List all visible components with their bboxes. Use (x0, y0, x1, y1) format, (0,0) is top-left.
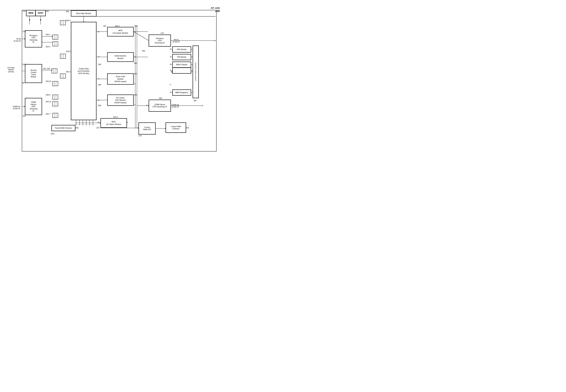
c-label-1: C (134, 31, 136, 33)
security-context-box: Security Context Cache Module (25, 64, 42, 83)
mce-air-ref: 610.2 (113, 116, 118, 118)
context-ram-box: Context RAM (3 Banks) (166, 123, 186, 133)
cdma-str-out-label: CDMA Str 32-bits I/F (171, 104, 179, 108)
ram-2banks-box2 (172, 68, 191, 73)
ref-250-4: 250.4 (46, 46, 50, 48)
ref-400b: 400 (98, 104, 101, 107)
block-mgr-box: Block Mgr Module (71, 11, 96, 16)
ref-250-i: 250.i (51, 133, 55, 135)
svg-marker-6 (40, 19, 41, 21)
ref-260: 260 (98, 63, 101, 66)
f-label-4: F (170, 69, 171, 71)
f-label-5: F (170, 84, 171, 86)
svg-marker-85 (85, 125, 87, 125)
ref-610-1: 610.1 (115, 25, 120, 27)
cdma-egress-ref: 280 (159, 97, 162, 99)
security-ref: 510 (23, 63, 26, 66)
pa-str-out-label: PA Str 32-bits I/F (172, 39, 180, 43)
mce-ref: 310 (103, 25, 106, 27)
cdma-ingress-ref: 220 (23, 115, 26, 117)
ref-263: 263 (47, 68, 50, 70)
svg-marker-89 (92, 125, 94, 125)
ref-250-7: 250.7 (46, 113, 50, 115)
packet-ram-box: Packet RAM (6 Banks) (52, 125, 75, 131)
c-label-2: C (134, 56, 136, 58)
ram-2banks-box: RAM (2 Banks) (172, 62, 191, 68)
svg-marker-4 (29, 19, 30, 21)
f-label-2: F (170, 56, 171, 58)
fifo-250-5 (60, 54, 66, 59)
fifo-250-3 (60, 20, 66, 25)
svg-marker-83 (82, 125, 84, 125)
p-label-5: P (98, 121, 99, 124)
cdma-str-in-label: CDMA Str 32-bits I/F (2, 106, 20, 110)
f-label-3: F (170, 63, 171, 66)
diagram: MEM HOST 120 100 CP_ACE 200 PA Ingress C… (0, 0, 223, 154)
ref-250-2: 250.2 (66, 71, 71, 73)
air-cipher-box: Air Cipher PHP Module (PDSP Based) (107, 95, 134, 106)
pa-egress-ref: 270 (161, 32, 164, 34)
block-mgr-ref: 380 (66, 11, 69, 13)
ref-320: 320 (134, 62, 137, 64)
ref-250-15: 250.15 (46, 80, 51, 83)
auth-module-box: Authentication Module (107, 52, 134, 62)
air-cipher-ref: 460 (134, 94, 137, 96)
svg-line-40 (134, 32, 149, 41)
c-label-5: C (127, 121, 128, 124)
ipsec-php-box: IPSec PHP Module (PDSP based) (107, 73, 134, 84)
pa-ingress-ref: 210 (23, 30, 26, 33)
fifo-250-7 (52, 113, 58, 118)
svg-marker-96 (202, 105, 203, 106)
ref-120: 120 (23, 10, 26, 12)
context-ram-scr-box: Context RAM SCR (139, 123, 156, 134)
ref-100: 100 (46, 10, 49, 12)
c-label-left: C (23, 82, 24, 84)
fifo-250-15 (52, 81, 58, 86)
mce-encryption-box: MCE Encryption Module (107, 27, 134, 36)
ctx-fetch-label: Ctx Fetch VBUSP 128-bits (0, 67, 22, 73)
svg-marker-87 (89, 125, 90, 125)
f-label-6: F (170, 91, 171, 94)
config-vbusp-box: CONFIG VBUSP (32-BITS) (193, 46, 199, 98)
ref-350: 350 (194, 100, 197, 102)
svg-marker-81 (79, 125, 80, 125)
host-box: HOST (36, 10, 46, 16)
svg-marker-65 (42, 42, 42, 42)
ref-400a: 400 (98, 84, 101, 86)
fifo-250-2 (60, 73, 66, 78)
svg-marker-94 (215, 40, 215, 41)
crypto-scheduler-box: Crypto Data and Scheduler SCR (64-bits) (71, 22, 96, 120)
rng-module-box: RNG Module (172, 46, 191, 52)
cdma-ingress-box: CDMA Ingress CPPI Streaming I/F (25, 98, 42, 115)
ref-250-5: 250.5 (66, 50, 71, 53)
pa-str-in-label: PA Str 32-bits I/F (3, 38, 21, 42)
fifo-250-4 (52, 42, 58, 46)
p-label-cdma-egress: P (146, 104, 147, 107)
ref-250-6: 250.6 (46, 94, 50, 96)
p-label-1: P (98, 31, 99, 33)
p-label-4: P (98, 99, 99, 102)
context-ram-ref: 575 (186, 127, 189, 129)
ref-262: 262 (43, 68, 46, 70)
fifo-262 (52, 69, 57, 73)
pa-ingress-box: PA Ingress CPPI Streaming I/F (25, 30, 42, 47)
f-label-1: F (170, 48, 171, 50)
ref-250-3: 250.3 (66, 19, 71, 22)
c-label-3: C (134, 83, 136, 85)
context-ram-scr-ref: 570 (139, 135, 142, 137)
ipsec-ref: 410 (134, 73, 137, 75)
mce-ref-300: 300 (134, 25, 137, 27)
ref-370: 370 (96, 127, 99, 129)
mmr-registers-box: MMR (Registers) (172, 90, 191, 96)
cp-ace-label: CP_ACE 200 (211, 7, 220, 13)
mce-air-box: MCE Air Cipher Module (100, 118, 127, 128)
ref-250-1: 250.1 (46, 33, 50, 36)
fifo-250-11 (52, 101, 58, 106)
pa-egress-box: PA Egress CPPI Streaming I/F (149, 35, 171, 46)
auth-ref: 300 (142, 50, 145, 52)
fifo-250-1 (52, 35, 58, 40)
p-label-2: P (98, 56, 99, 58)
packet-ram-ref: 265 (75, 127, 78, 129)
svg-marker-79 (75, 125, 77, 125)
pka-module-box: PKA Module (172, 54, 191, 60)
